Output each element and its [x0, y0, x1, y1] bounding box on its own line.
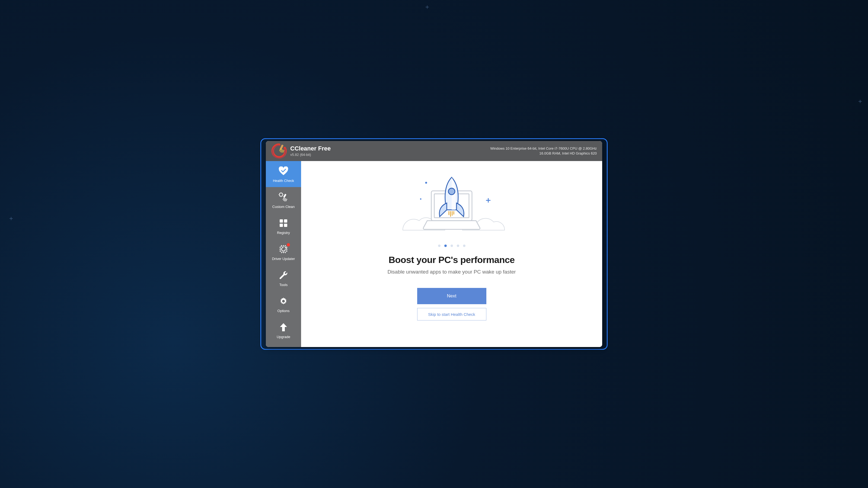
- svg-rect-23: [284, 224, 287, 227]
- plus-decoration-icon: +: [425, 3, 429, 11]
- arrow-up-icon: [278, 322, 289, 333]
- grid-icon: [278, 218, 289, 229]
- app-title: CCleaner Free: [290, 145, 331, 152]
- svg-rect-15: [283, 194, 286, 198]
- sidebar-item-label: Custom Clean: [272, 205, 294, 209]
- svg-line-13: [282, 193, 283, 194]
- sidebar-item-label: Options: [278, 309, 290, 313]
- system-info: Windows 10 Enterprise 64-bit, Intel Core…: [490, 146, 597, 156]
- sidebar-item-registry[interactable]: Registry: [266, 213, 301, 239]
- svg-rect-20: [280, 219, 283, 223]
- sidebar-item-options[interactable]: Options: [266, 291, 301, 317]
- brush-gear-icon: [278, 192, 289, 202]
- ccleaner-logo-icon: [271, 143, 287, 159]
- next-button[interactable]: Next: [417, 288, 486, 304]
- sidebar: Health Check Custom Clean: [266, 161, 301, 347]
- sidebar-item-driver-updater[interactable]: Driver Updater: [266, 239, 301, 265]
- svg-line-12: [282, 196, 283, 196]
- pager-dot-2[interactable]: [444, 245, 447, 247]
- app-window: CCleaner Free v5.82 (64-bit) Windows 10 …: [266, 141, 602, 347]
- gear-icon: [278, 296, 289, 306]
- svg-point-41: [420, 198, 422, 200]
- titlebar: CCleaner Free v5.82 (64-bit) Windows 10 …: [266, 141, 602, 161]
- promo-frame: CCleaner Free v5.82 (64-bit) Windows 10 …: [260, 138, 608, 350]
- skip-button[interactable]: Skip to start Health Check: [417, 308, 486, 321]
- sidebar-item-label: Driver Updater: [272, 257, 295, 261]
- sidebar-item-label: Tools: [279, 283, 287, 287]
- svg-point-37: [282, 300, 285, 302]
- sidebar-item-upgrade[interactable]: Upgrade: [266, 317, 301, 343]
- app-version: v5.82 (64-bit): [290, 153, 331, 157]
- sidebar-item-label: Upgrade: [277, 335, 290, 339]
- plus-decoration-icon: +: [9, 215, 13, 222]
- sidebar-item-health-check[interactable]: Health Check: [266, 161, 301, 187]
- svg-line-14: [279, 196, 280, 196]
- system-info-line1: Windows 10 Enterprise 64-bit, Intel Core…: [490, 146, 597, 151]
- main-content: Boost your PC's performance Disable unwa…: [301, 161, 602, 347]
- svg-rect-22: [280, 224, 283, 227]
- svg-line-11: [279, 193, 280, 194]
- plus-decoration-icon: +: [858, 98, 862, 105]
- wrench-icon: [278, 270, 289, 281]
- sidebar-item-custom-clean[interactable]: Custom Clean: [266, 187, 301, 213]
- pager-dot-5[interactable]: [463, 245, 465, 247]
- sidebar-item-label: Health Check: [273, 178, 294, 183]
- svg-point-40: [425, 182, 427, 184]
- pager-dot-3[interactable]: [451, 245, 453, 247]
- notification-dot-icon: [287, 243, 290, 247]
- pager-dot-4[interactable]: [457, 245, 459, 247]
- logo-wrap: CCleaner Free v5.82 (64-bit): [271, 143, 331, 159]
- headline: Boost your PC's performance: [389, 255, 515, 265]
- rocket-laptop-illustration-icon: [395, 174, 508, 237]
- pager-dots: [438, 245, 465, 247]
- heart-check-icon: [278, 166, 289, 176]
- subheadline: Disable unwanted apps to make your PC wa…: [388, 269, 516, 275]
- chip-icon: [278, 244, 289, 255]
- svg-point-44: [448, 188, 455, 195]
- pager-dot-1[interactable]: [438, 245, 440, 247]
- svg-rect-21: [284, 219, 287, 223]
- system-info-line2: 16.0GB RAM, Intel HD Graphics 620: [490, 151, 597, 156]
- sidebar-item-tools[interactable]: Tools: [266, 265, 301, 291]
- sidebar-item-label: Registry: [277, 231, 290, 235]
